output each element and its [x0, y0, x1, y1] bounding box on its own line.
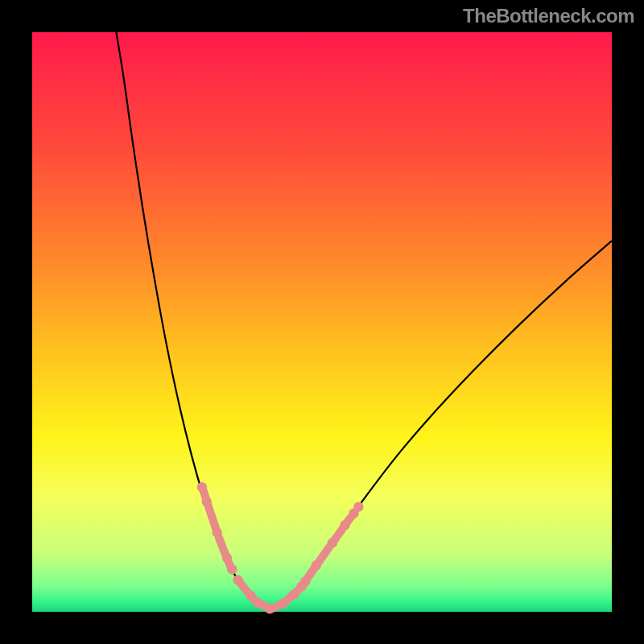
- highlight-dot: [212, 527, 221, 537]
- plot-background: [32, 32, 612, 612]
- highlight-dot: [227, 564, 237, 574]
- highlight-dot: [328, 538, 337, 547]
- chart-svg: [0, 0, 644, 644]
- highlight-dot: [197, 482, 207, 492]
- highlight-dot: [278, 599, 287, 609]
- highlight-dot: [253, 597, 262, 607]
- highlight-dot: [265, 604, 275, 613]
- highlight-dot: [341, 520, 350, 530]
- highlight-dot: [222, 553, 232, 563]
- highlight-dot: [202, 497, 212, 506]
- highlight-dot: [300, 576, 310, 586]
- highlight-dot: [353, 502, 363, 511]
- highlight-dot: [289, 589, 299, 599]
- watermark-text: TheBottleneck.com: [463, 5, 634, 27]
- chart-stage: TheBottleneck.com: [0, 0, 644, 644]
- highlight-dot: [312, 560, 321, 570]
- highlight-dot: [233, 575, 242, 584]
